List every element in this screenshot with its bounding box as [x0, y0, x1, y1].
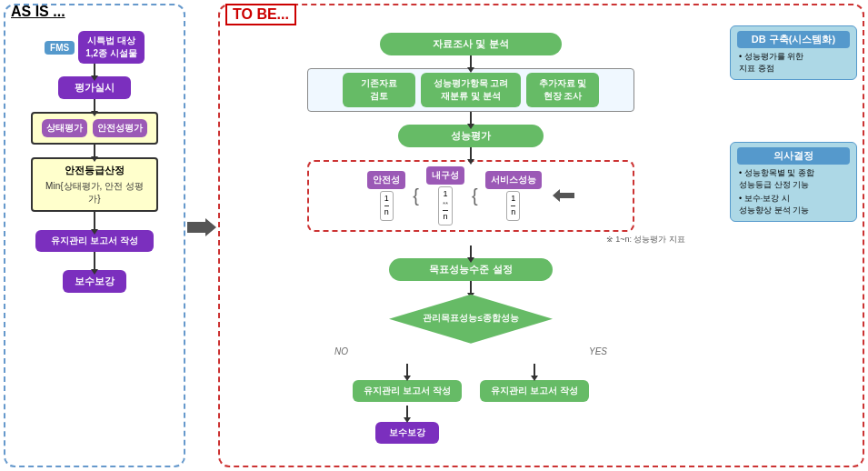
- as-is-label: AS IS ...: [11, 4, 65, 20]
- arrow1: [94, 64, 95, 76]
- right-side-boxes: DB 구축(시스템화) • 성능평가를 위한 지표 증점 의사결정 • 성능항목…: [730, 25, 857, 222]
- safety-grade-formula: Min{상태평가, 안전 성평가}: [40, 180, 149, 205]
- tobe-arrow2: [470, 112, 472, 125]
- service-indices: 1 n: [506, 191, 520, 220]
- safety-label: 안전성: [367, 171, 405, 189]
- svg-marker-0: [187, 218, 216, 236]
- facility-box: 시특법 대상 1,2종 시설물: [78, 31, 145, 64]
- maintenance-report-no-box: 유지관리 보고서 작성: [353, 380, 462, 402]
- to-be-panel: TO BE... DB 구축(시스템화) • 성능평가를 위한 지표 증점 의사…: [218, 4, 864, 467]
- main-container: AS IS ... FMS 시특법 대상 1,2종 시설물 평가실시 상태평가 …: [0, 0, 868, 471]
- diamond-condition: 관리목표성능≤종합성능: [395, 313, 545, 325]
- safety-grade-title: 안전등급산정: [40, 164, 149, 177]
- decision-title: 의사결정: [737, 147, 850, 165]
- condition-eval-box: 상태평가: [42, 119, 87, 137]
- reclass-box: 성능평가항목 고려 재분류 및 분석: [421, 73, 521, 107]
- arrow3: [94, 145, 95, 157]
- note-text: ※ 1~n: 성능평가 지표: [606, 234, 685, 246]
- arrow4: [94, 212, 95, 230]
- tobe-arrow4: [470, 246, 472, 258]
- tobe-arrow5: [470, 281, 472, 294]
- maintenance-report-yes-box: 유지관리 보고서 작성: [480, 380, 589, 402]
- existing-data-box: 기존자료 검토: [343, 73, 415, 107]
- to-be-flow: 자료조사 및 분석 기존자료 검토 성능평가항목 고려 재분류 및 분석 추가자…: [229, 33, 713, 444]
- left-arrow-icon: [553, 189, 574, 202]
- tobe-arrow-no: [406, 364, 408, 376]
- safety-perf-box: 안전성 1 n: [367, 171, 405, 220]
- db-box: DB 구축(시스템화) • 성능평가를 위한 지표 증점: [730, 25, 857, 80]
- additional-data-box: 추가자료 및 현장 조사: [526, 73, 599, 107]
- decision-item2: • 보수·보강 시 성능향상 분석 기능: [737, 193, 850, 216]
- decision-item1: • 성능항목별 및 종합 성능등급 산정 기능: [737, 167, 850, 191]
- svg-marker-1: [553, 189, 574, 202]
- service-perf-box: 서비스성능 1 n: [485, 171, 542, 220]
- tobe-arrow-yes: [534, 364, 535, 376]
- repair-tobe-box: 보수보강: [375, 422, 439, 444]
- arrow2: [94, 99, 95, 112]
- durability-perf-box: 내구성 1 ** n: [426, 166, 464, 225]
- no-label: NO: [334, 346, 348, 356]
- tobe-arrow1: [470, 55, 472, 68]
- fms-badge: FMS: [45, 41, 75, 55]
- data-survey-box: 자료조사 및 분석: [380, 33, 562, 55]
- as-is-panel: AS IS ... FMS 시특법 대상 1,2종 시설물 평가실시 상태평가 …: [4, 4, 185, 467]
- durability-label: 내구성: [426, 166, 464, 185]
- tobe-arrow-repair: [406, 406, 408, 418]
- db-item: • 성능평가를 위한 지표 증점: [737, 51, 850, 75]
- right-arrow-icon: [187, 218, 216, 236]
- db-title: DB 구축(시스템화): [737, 31, 850, 48]
- yes-label: YES: [589, 346, 607, 356]
- arrow5: [94, 252, 95, 270]
- service-label: 서비스성능: [485, 171, 542, 189]
- safety-indices: 1 n: [380, 191, 394, 220]
- as-is-text: AS IS ...: [11, 4, 65, 19]
- panel-connector: [185, 218, 218, 236]
- as-is-flow: FMS 시특법 대상 1,2종 시설물 평가실시 상태평가 안전성평가 안전등급…: [13, 31, 176, 293]
- to-be-label: TO BE...: [225, 4, 296, 25]
- durability-indices: 1 ** n: [438, 186, 453, 225]
- decision-box: 의사결정 • 성능항목별 및 종합 성능등급 산정 기능 • 보수·보강 시 성…: [730, 142, 857, 222]
- safety-eval-box: 안전성평가: [93, 119, 147, 137]
- tobe-arrow3: [470, 147, 472, 160]
